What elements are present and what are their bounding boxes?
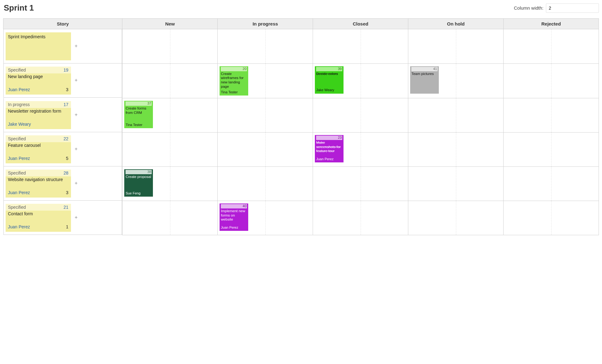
task-assignee: Sue Feng — [126, 190, 152, 195]
story-assignee[interactable]: Jake Weary — [8, 122, 31, 127]
column-width-control: Column width: — [514, 3, 599, 13]
lane-on_hold[interactable] — [408, 132, 504, 166]
lane-closed[interactable]: 23Make screenshots for feature tourJuan … — [313, 132, 408, 166]
col-header-rejected: Rejected — [504, 19, 599, 29]
task-id: 37 — [126, 101, 152, 106]
lane-in_progress[interactable] — [218, 98, 313, 132]
story-card[interactable]: In progress17Newsletter registration for… — [6, 101, 71, 129]
board-row: Sprint Impediments+ — [3, 29, 599, 64]
add-task-button[interactable]: + — [73, 215, 79, 221]
kanban-board: Story New In progress Closed On hold Rej… — [3, 18, 599, 235]
lane-new[interactable] — [122, 63, 218, 98]
story-id: 21 — [64, 205, 69, 210]
board-row: Specified21Contact formJuan Perez1+40Imp… — [3, 201, 599, 235]
story-title: New landing page — [8, 74, 69, 79]
task-title: Create forms from CRM — [126, 106, 152, 115]
story-status: Specified — [8, 68, 26, 72]
lane-new[interactable] — [122, 29, 218, 64]
col-header-on-hold: On hold — [408, 19, 504, 29]
story-assignee[interactable]: Juan Perez — [8, 190, 30, 195]
lane-in_progress[interactable]: 40Implement new forms on websiteJuan Per… — [218, 201, 313, 235]
lane-rejected[interactable] — [504, 98, 599, 132]
add-task-button[interactable]: + — [73, 112, 79, 118]
task-title: Team pictures — [411, 72, 438, 76]
story-card[interactable]: Sprint Impediments — [6, 32, 71, 60]
story-title: Website navigation structure — [8, 177, 69, 182]
story-points: 3 — [66, 190, 69, 195]
lane-closed[interactable] — [313, 166, 408, 201]
story-points: 3 — [66, 87, 69, 92]
story-title: Newsletter registration form — [8, 109, 69, 114]
add-task-button[interactable]: + — [73, 181, 79, 186]
lane-in_progress[interactable]: 20Create wireframes for new landing page… — [218, 63, 313, 98]
task-card[interactable]: 39Decide colorsJake Weary — [315, 66, 344, 94]
story-assignee[interactable]: Juan Perez — [8, 156, 30, 161]
story-card[interactable]: Specified21Contact formJuan Perez1 — [6, 204, 71, 232]
task-id: 20 — [221, 67, 247, 71]
task-card[interactable]: 23Make screenshots for feature tourJuan … — [315, 135, 344, 162]
task-id: 41 — [411, 67, 438, 71]
task-title: Create proposal — [126, 175, 152, 179]
lane-rejected[interactable] — [504, 166, 599, 201]
story-assignee[interactable]: Juan Perez — [8, 224, 30, 229]
task-card[interactable]: 37Create forms from CRMTina Tester — [124, 101, 153, 128]
board-row: Specified22Feature carouselJuan Perez5+2… — [3, 132, 599, 166]
story-title: Contact form — [8, 211, 69, 216]
task-assignee: Tina Tester — [126, 122, 152, 127]
story-cell: Specified22Feature carouselJuan Perez5+ — [3, 132, 122, 166]
task-id: 38 — [126, 170, 152, 174]
lane-rejected[interactable] — [504, 132, 599, 166]
story-cell: Specified28Website navigation structureJ… — [3, 166, 122, 201]
board-row: Specified19New landing pageJuan Perez3+2… — [3, 63, 599, 98]
story-card[interactable]: Specified28Website navigation structureJ… — [6, 170, 71, 198]
lane-on_hold[interactable] — [408, 201, 504, 235]
lane-in_progress[interactable] — [218, 132, 313, 166]
task-assignee: Juan Perez — [316, 156, 342, 161]
task-assignee: Jake Weary — [316, 87, 342, 92]
lane-new[interactable] — [122, 132, 218, 166]
lane-new[interactable]: 37Create forms from CRMTina Tester — [122, 98, 218, 132]
story-card[interactable]: Specified22Feature carouselJuan Perez5 — [6, 135, 71, 163]
lane-closed[interactable] — [313, 29, 408, 64]
lane-on_hold[interactable] — [408, 29, 504, 64]
lane-in_progress[interactable] — [218, 29, 313, 64]
lane-on_hold[interactable] — [408, 98, 504, 132]
column-width-input[interactable] — [546, 3, 599, 13]
task-title: Create wireframes for new landing page — [221, 72, 247, 89]
lane-new[interactable] — [122, 201, 218, 235]
column-width-label: Column width: — [514, 5, 543, 11]
lane-closed[interactable]: 39Decide colorsJake Weary — [313, 63, 408, 98]
lane-on_hold[interactable] — [408, 166, 504, 201]
task-title: Implement new forms on website — [221, 209, 247, 222]
story-assignee[interactable]: Juan Perez — [8, 87, 30, 92]
add-task-button[interactable]: + — [73, 44, 79, 49]
lane-closed[interactable] — [313, 98, 408, 132]
task-card[interactable]: 20Create wireframes for new landing page… — [220, 66, 248, 96]
board-row: In progress17Newsletter registration for… — [3, 98, 599, 132]
story-title: Feature carousel — [8, 143, 69, 148]
lane-closed[interactable] — [313, 201, 408, 235]
story-status: Specified — [8, 170, 26, 175]
task-assignee: Tina Tester — [221, 89, 247, 94]
task-card[interactable]: 40Implement new forms on websiteJuan Per… — [220, 203, 248, 231]
story-status: In progress — [8, 102, 30, 107]
col-header-new: New — [122, 19, 218, 29]
page-title: Sprint 1 — [4, 3, 34, 13]
story-id: 17 — [64, 102, 69, 107]
story-id: 19 — [64, 68, 69, 72]
story-status: Specified — [8, 136, 26, 141]
lane-on_hold[interactable]: 41Team pictures — [408, 63, 504, 98]
lane-rejected[interactable] — [504, 63, 599, 98]
col-header-closed: Closed — [313, 19, 408, 29]
task-card[interactable]: 38Create proposalSue Feng — [124, 169, 153, 197]
lane-rejected[interactable] — [504, 29, 599, 64]
story-card[interactable]: Specified19New landing pageJuan Perez3 — [6, 67, 71, 95]
task-id: 40 — [221, 204, 247, 208]
add-task-button[interactable]: + — [73, 147, 79, 152]
task-card[interactable]: 41Team pictures — [410, 66, 439, 94]
lane-in_progress[interactable] — [218, 166, 313, 201]
lane-rejected[interactable] — [504, 201, 599, 235]
add-task-button[interactable]: + — [73, 78, 79, 83]
lane-new[interactable]: 38Create proposalSue Feng — [122, 166, 218, 201]
col-header-in-progress: In progress — [218, 19, 313, 29]
